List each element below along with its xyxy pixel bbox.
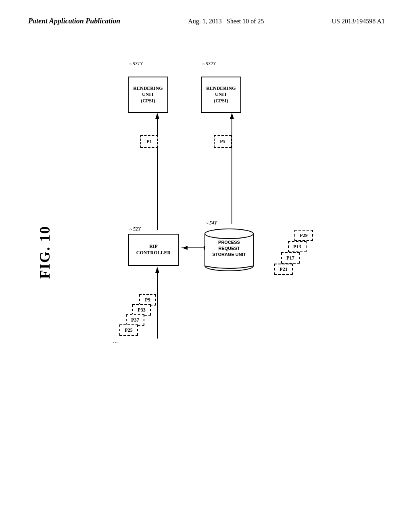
p29-box: P29 <box>294 230 313 241</box>
svg-text:PROCESS: PROCESS <box>218 240 240 245</box>
p1-box: P1 <box>140 135 158 148</box>
rendering-unit-1-box: RENDERING UNIT (CPSI) <box>128 77 168 113</box>
svg-marker-5 <box>230 113 234 119</box>
storage-unit-svg: PROCESS REQUEST STORAGE UNIT <box>201 228 257 272</box>
publication-title: Patent Application Publication <box>28 16 120 26</box>
connectors-svg <box>0 56 413 532</box>
p17-box: P17 <box>281 252 300 264</box>
p5-box: P5 <box>214 135 232 148</box>
diagram-area: FIG. 10 ～531Y RENDERING UNIT (CPSI) ～532… <box>0 56 413 532</box>
rendering-unit-1-id-label: ～531Y <box>128 60 143 67</box>
p21-box: P21 <box>274 264 293 275</box>
svg-marker-2 <box>155 113 159 119</box>
rendering-unit-2-id-label: ～532Y <box>201 60 216 67</box>
p13-box: P13 <box>288 241 307 252</box>
rip-controller-box: RIP CONTROLLER <box>128 234 179 266</box>
svg-point-12 <box>205 229 253 239</box>
rendering-unit-2-box: RENDERING UNIT (CPSI) <box>201 77 241 113</box>
p33-box: P33 <box>132 304 151 316</box>
storage-unit-id-label: ～54Y <box>204 220 217 227</box>
patent-number: US 2013/194598 A1 <box>332 16 385 27</box>
svg-rect-14 <box>205 261 253 266</box>
svg-marker-10 <box>155 267 159 273</box>
p25-box: P25 <box>119 324 138 336</box>
date-sheet: Aug. 1, 2013 Sheet 10 of 25 <box>188 16 264 27</box>
ellipsis-dots: ... <box>113 337 118 344</box>
page-header: Patent Application Publication Aug. 1, 2… <box>0 16 413 27</box>
figure-label: FIG. 10 <box>36 226 53 279</box>
rip-controller-id-label: ～52Y <box>128 226 141 233</box>
svg-marker-7 <box>182 246 188 250</box>
p37-box: P37 <box>126 314 144 326</box>
p9-box: P9 <box>139 294 156 305</box>
svg-text:REQUEST: REQUEST <box>218 246 240 251</box>
svg-text:STORAGE UNIT: STORAGE UNIT <box>213 252 246 257</box>
